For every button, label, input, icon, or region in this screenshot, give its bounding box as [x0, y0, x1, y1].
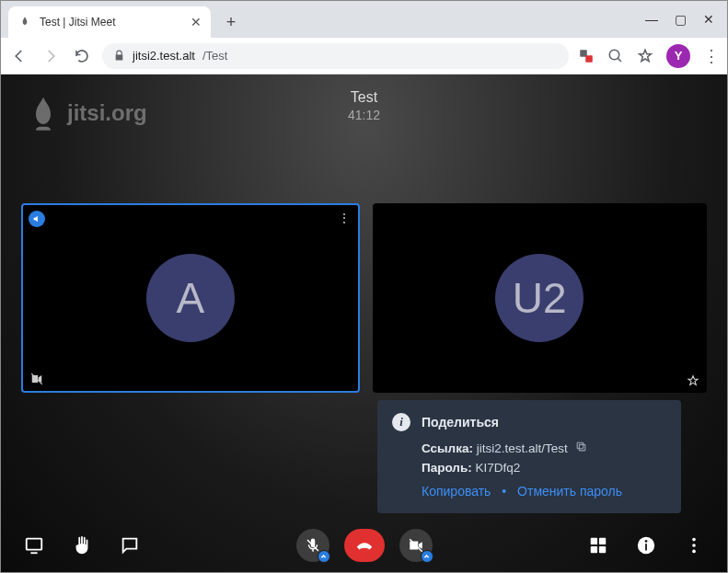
- info-button[interactable]: [630, 529, 663, 562]
- share-popup: i Поделиться Ссылка: jitsi2.test.alt/Tes…: [377, 400, 681, 513]
- share-title: Поделиться: [422, 415, 499, 430]
- participant-avatar: U2: [495, 254, 584, 342]
- lock-icon: [113, 50, 125, 62]
- participant-tile[interactable]: U2: [373, 203, 708, 393]
- maximize-icon[interactable]: ▢: [675, 12, 687, 27]
- svg-rect-6: [591, 538, 597, 544]
- more-actions-button[interactable]: [677, 529, 711, 562]
- zoom-icon[interactable]: [607, 48, 624, 64]
- video-tiles: ⋮ A U2: [21, 203, 707, 393]
- tile-view-button[interactable]: [582, 529, 615, 562]
- svg-point-15: [692, 550, 696, 554]
- window-controls: — ▢ ✕: [645, 1, 727, 38]
- copy-link-icon[interactable]: [575, 441, 587, 453]
- svg-rect-12: [645, 544, 647, 550]
- camera-mute-button[interactable]: [399, 529, 433, 562]
- svg-point-2: [609, 50, 619, 60]
- share-password-row: Пароль: KI7Dfq2: [422, 461, 666, 475]
- cancel-password-button[interactable]: Отменить пароль: [517, 484, 622, 499]
- jitsi-conference: jitsi.org Test 41:12 ⋮ A U2 i Поделиться: [1, 74, 727, 572]
- svg-point-11: [645, 540, 648, 543]
- share-link-row: Ссылка: jitsi2.test.alt/Test: [422, 441, 666, 455]
- participant-tile[interactable]: ⋮ A: [21, 203, 360, 393]
- url-path: /Test: [202, 49, 227, 63]
- browser-toolbar: jitsi2.test.alt/Test Y ⋮: [1, 38, 727, 74]
- svg-rect-9: [599, 546, 606, 553]
- conference-name: Test: [348, 89, 380, 106]
- svg-rect-8: [591, 546, 597, 553]
- mic-mute-button[interactable]: [296, 529, 329, 562]
- pin-star-icon[interactable]: [687, 374, 699, 387]
- svg-rect-3: [579, 444, 585, 451]
- tab-close-icon[interactable]: ✕: [191, 15, 202, 29]
- chevron-up-icon[interactable]: [318, 550, 330, 563]
- svg-rect-4: [577, 442, 584, 449]
- tab-title: Test | Jitsi Meet: [40, 16, 183, 29]
- address-bar[interactable]: jitsi2.test.alt/Test: [102, 43, 569, 69]
- profile-avatar[interactable]: Y: [666, 44, 690, 68]
- browser-tab-strip: Test | Jitsi Meet ✕ + — ▢ ✕: [1, 1, 727, 38]
- chat-button[interactable]: [113, 529, 146, 562]
- video-muted-icon: [30, 372, 43, 385]
- close-window-icon[interactable]: ✕: [703, 12, 714, 27]
- info-circle-icon: i: [392, 413, 410, 431]
- svg-point-14: [692, 544, 696, 547]
- conference-header: Test 41:12: [348, 89, 380, 122]
- share-link-value: jitsi2.test.alt/Test: [477, 441, 568, 455]
- chevron-up-icon[interactable]: [421, 550, 433, 563]
- url-host: jitsi2.test.alt: [133, 49, 195, 63]
- hangup-button[interactable]: [344, 529, 385, 562]
- jitsi-watermark: jitsi.org: [29, 95, 147, 132]
- new-tab-button[interactable]: +: [218, 9, 244, 35]
- screen-share-button[interactable]: [17, 529, 51, 562]
- reload-button[interactable]: [71, 45, 93, 67]
- toolbox: [1, 519, 727, 572]
- minimize-icon[interactable]: —: [645, 12, 658, 27]
- share-password-value: KI7Dfq2: [476, 461, 521, 475]
- svg-rect-5: [27, 539, 42, 550]
- conference-timer: 41:12: [348, 108, 380, 122]
- tile-menu-icon[interactable]: ⋮: [338, 211, 351, 225]
- svg-rect-7: [599, 538, 606, 544]
- raise-hand-button[interactable]: [65, 529, 98, 562]
- svg-point-13: [692, 538, 696, 542]
- jitsi-favicon-icon: [17, 15, 32, 29]
- browser-tab[interactable]: Test | Jitsi Meet ✕: [8, 6, 211, 38]
- translate-icon[interactable]: [578, 48, 595, 64]
- forward-button[interactable]: [40, 45, 62, 67]
- svg-rect-1: [585, 55, 593, 63]
- bookmark-star-icon[interactable]: [637, 48, 653, 64]
- browser-menu-icon[interactable]: ⋮: [703, 46, 720, 66]
- back-button[interactable]: [8, 45, 30, 67]
- copy-button[interactable]: Копировать: [422, 484, 491, 499]
- dominant-speaker-icon: [29, 211, 45, 227]
- participant-avatar: A: [146, 254, 235, 342]
